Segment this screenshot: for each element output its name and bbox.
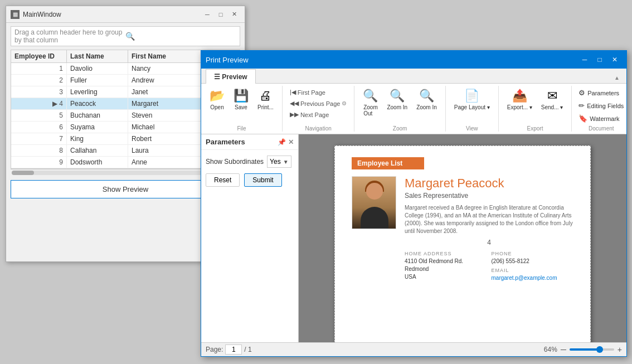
open-button[interactable]: 📂 Open [206,86,229,113]
grid-cell-lastname: Buchanan [67,110,128,121]
pp-minimize-button[interactable]: ─ [577,54,592,66]
zoom-slider-thumb[interactable] [596,346,603,353]
phone-label: PHONE [492,251,574,256]
previous-page-button[interactable]: ◀◀ Previous Page ⚙ [287,98,350,109]
col-header-last-name: Last Name [67,50,128,62]
parameters-label: Parameters [587,90,619,96]
ribbon-group-document: ⚙ Parameters ✏ Editing Fields 🔖 Watermar… [572,86,630,132]
current-page-input[interactable] [225,344,242,355]
next-page-button[interactable]: ▶▶ Next Page [287,109,350,120]
watermark-label: Watermark [590,115,619,122]
search-icon[interactable]: 🔍 [125,32,236,41]
zoom-in-label: Zoom In [387,104,407,110]
pin-icon[interactable]: 📌 [278,138,286,146]
params-buttons: Reset Submit [206,173,294,187]
export-icon: 📤 [512,89,527,103]
submit-button[interactable]: Submit [244,173,281,187]
email-value: margaret.p@example.com [492,274,574,282]
grid-cell-lastname: King [67,133,128,144]
pp-body: Parameters 📌 ✕ Show Subordinates Yes ▼ R… [201,134,626,342]
document-group-buttons: ⚙ Parameters ✏ Editing Fields 🔖 Watermar… [576,86,626,124]
col-header-first-name: First Name [128,50,184,62]
employee-photo [352,176,396,229]
open-label: Open [210,104,223,110]
zoom-minus-button[interactable]: ─ [561,345,566,354]
photo-placeholder [352,176,396,229]
export-group-label: Export [503,124,567,132]
params-close-icon[interactable]: ✕ [288,138,294,146]
watermark-doc-item[interactable]: 🔖 Watermark [576,113,626,124]
ribbon-tabs: ☰ Preview ▲ [201,69,626,84]
minimize-button[interactable]: ─ [201,9,213,20]
grid-cell-firstname: Michael [128,122,184,133]
grid-cell-lastname: Fuller [67,75,128,86]
print-button[interactable]: 🖨 Print... [254,86,278,113]
main-window-titlebar: ▦ MainWindow ─ □ ✕ [6,6,245,23]
zoom-group-buttons: 🔍 ZoomOut 🔍 Zoom In 🔍 Zoom In [359,86,440,124]
pp-close-button[interactable]: ✕ [607,54,622,66]
grid-cell-id: 8 [11,145,67,156]
export-button[interactable]: 📤 Export... ▾ [503,86,536,113]
next-page-icon: ▶▶ [290,111,299,118]
show-subordinates-select[interactable]: Yes ▼ [267,156,291,168]
send-button[interactable]: ✉ Send... ▾ [537,86,567,113]
show-subordinates-label: Show Subordinates [206,158,264,166]
col-header-employee-id: Employee ID [11,50,67,62]
grid-cell-id: 6 [11,122,67,133]
address-section: HOME ADDRESS 4110 Old Redmond Rd.Redmond… [405,251,487,282]
pp-window-controls: ─ □ ✕ [577,54,622,66]
nav-buttons-inner: |◀ First Page ◀◀ Previous Page ⚙ ▶▶ Next… [287,86,350,120]
scroll-thumb[interactable] [12,171,34,175]
export-label: Export... ▾ [507,104,532,110]
ribbon-group-navigation: |◀ First Page ◀◀ Previous Page ⚙ ▶▶ Next… [283,86,355,132]
prev-page-settings-icon: ⚙ [342,100,347,106]
prev-page-icon: ◀◀ [290,100,299,107]
restore-button[interactable]: □ [215,9,227,20]
page-layout-button[interactable]: 📄 Page Layout ▾ [450,86,494,113]
grid-cell-lastname: Suyama [67,122,128,133]
zoom-out-button[interactable]: 🔍 ZoomOut [359,86,382,119]
page-info: Page: / 1 [206,344,252,355]
search-placeholder-text: Drag a column header here to group by th… [14,28,125,44]
nav-group-buttons: |◀ First Page ◀◀ Previous Page ⚙ ▶▶ Next… [287,86,350,124]
zoom-plus-button[interactable]: + [618,345,622,354]
status-bar: Page: / 1 64% ─ + [201,342,626,356]
employee-card: Margaret Peacock Sales Representative Ma… [352,176,573,282]
zoom-out-icon: 🔍 [363,89,378,103]
first-page-icon: |◀ [290,89,296,96]
watermark-icon: 🔖 [578,114,587,123]
tab-preview-icon: ☰ [214,73,220,81]
next-page-label: Next Page [300,111,329,118]
close-button[interactable]: ✕ [228,9,240,20]
main-window-controls: ─ □ ✕ [201,9,240,20]
grid-cell-lastname: Leverling [67,86,128,98]
params-panel-title: Parameters [206,138,245,146]
save-button[interactable]: 💾 Save [230,86,252,113]
zoom-in-2-button[interactable]: 🔍 Zoom In [412,86,441,113]
ribbon-group-export: 📤 Export... ▾ ✉ Send... ▾ Export [499,86,572,132]
editing-fields-doc-item[interactable]: ✏ Editing Fields [576,100,626,111]
ribbon-collapse-button[interactable]: ▲ [612,72,622,83]
parameters-icon: ⚙ [578,89,585,97]
print-label: Print... [257,104,274,110]
zoom-in-button[interactable]: 🔍 Zoom In [383,86,411,113]
tab-preview[interactable]: ☰ Preview [206,69,256,84]
previous-page-label: Previous Page [300,100,341,107]
show-subordinates-row: Show Subordinates Yes ▼ [206,156,294,168]
parameters-doc-item[interactable]: ⚙ Parameters [576,87,626,99]
grid-cell-id: 5 [11,110,67,121]
search-bar[interactable]: Drag a column header here to group by th… [11,26,240,46]
email-label: EMAIL [492,268,574,273]
send-icon: ✉ [547,89,557,103]
zoom-slider[interactable] [570,348,614,351]
zoom-in-icon: 🔍 [390,89,405,103]
file-group-buttons: 📂 Open 💾 Save 🖨 Print... [206,86,278,124]
zoom-control: 64% ─ + [544,345,622,354]
first-page-button[interactable]: |◀ First Page [287,87,350,98]
grid-cell-lastname: Davolio [67,63,128,74]
pp-restore-button[interactable]: □ [592,54,607,66]
preview-content: Employee List Margaret Peacock Sales Rep… [299,134,626,342]
employee-name: Margaret Peacock [405,176,573,191]
grid-cell-lastname: Peacock [67,98,128,109]
reset-button[interactable]: Reset [206,173,240,187]
